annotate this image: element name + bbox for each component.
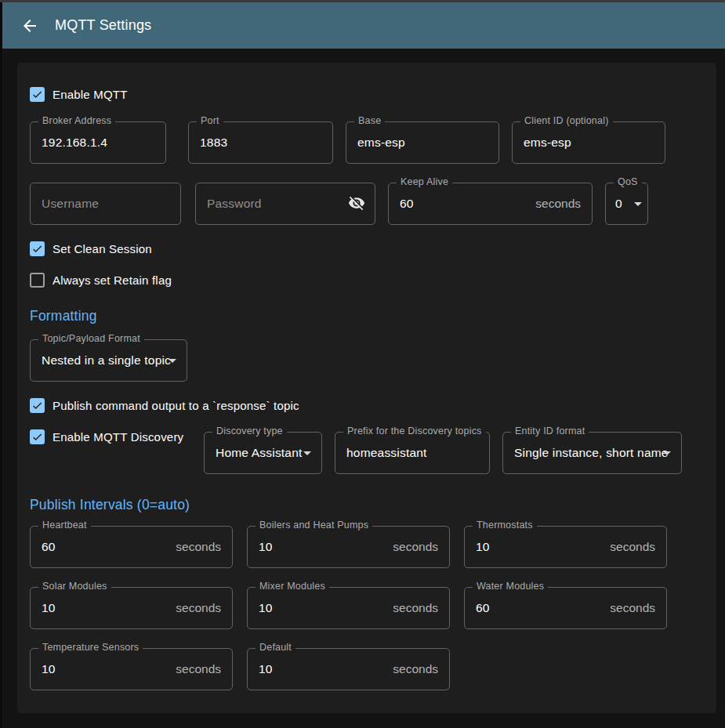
topic-format-value: Nested in a single topic [42, 353, 171, 368]
interval-suffix: seconds [610, 540, 655, 554]
qos-label: QoS [614, 176, 642, 187]
discovery-type-select[interactable]: Discovery type Home Assistant [204, 432, 322, 474]
base-field[interactable]: Base ems-esp [346, 121, 499, 164]
port-value: 1883 [200, 136, 227, 150]
entity-format-value: Single instance, short name [514, 446, 669, 460]
interval-suffix: seconds [393, 601, 438, 615]
interval-suffix: seconds [176, 662, 221, 676]
broker-address-value: 192.168.1.4 [42, 136, 107, 150]
interval-suffix: seconds [393, 540, 438, 554]
checkbox-icon[interactable] [30, 429, 45, 444]
password-placeholder: Password [207, 197, 262, 211]
clean-session-checkbox-row[interactable]: Set Clean Session [30, 239, 704, 258]
enable-discovery-label: Enable MQTT Discovery [53, 430, 183, 444]
interval-value: 60 [42, 540, 56, 554]
water-interval-field[interactable]: Water Modules 60 seconds [464, 587, 667, 629]
keep-alive-value: 60 [400, 197, 414, 211]
port-field[interactable]: Port 1883 [188, 121, 333, 164]
username-field[interactable]: Username [30, 183, 181, 225]
interval-suffix: seconds [176, 540, 221, 554]
interval-value: 60 [476, 601, 490, 615]
app-header: MQTT Settings [0, 2, 725, 49]
interval-label: Temperature Sensors [38, 642, 143, 653]
base-value: ems-esp [357, 136, 405, 150]
boilers-interval-field[interactable]: Boilers and Heat Pumps 10 seconds [247, 526, 450, 568]
discovery-type-value: Home Assistant [216, 446, 302, 460]
formatting-heading: Formatting [30, 308, 704, 324]
publish-intervals-heading: Publish Intervals (0=auto) [30, 497, 704, 513]
dropdown-arrow-icon [658, 444, 676, 462]
broker-address-label: Broker Address [38, 115, 115, 126]
mixer-interval-field[interactable]: Mixer Modules 10 seconds [247, 587, 450, 629]
enable-discovery-checkbox-row[interactable]: Enable MQTT Discovery [30, 427, 204, 446]
broker-address-field[interactable]: Broker Address 192.168.1.4 [30, 121, 166, 164]
enable-mqtt-label: Enable MQTT [53, 88, 128, 101]
solar-interval-field[interactable]: Solar Modules 10 seconds [30, 587, 233, 629]
dropdown-arrow-icon [629, 194, 647, 213]
interval-value: 10 [259, 540, 273, 554]
interval-suffix: seconds [610, 601, 655, 615]
publish-response-label: Publish command output to a `response` t… [53, 399, 299, 412]
interval-label: Boilers and Heat Pumps [256, 520, 372, 531]
discovery-prefix-field[interactable]: Prefix for the Discovery topics homeassi… [335, 432, 490, 474]
discovery-prefix-value: homeassistant [346, 446, 427, 460]
discovery-type-label: Discovery type [212, 426, 287, 436]
retain-flag-checkbox-row[interactable]: Always set Retain flag [30, 270, 704, 289]
checkbox-icon[interactable] [30, 241, 45, 256]
topic-format-label: Topic/Payload Format [38, 333, 144, 344]
toggle-password-visibility-button[interactable] [348, 194, 367, 213]
arrow-back-icon [20, 16, 39, 35]
password-field[interactable]: Password [195, 183, 375, 225]
visibility-off-icon [348, 194, 365, 212]
interval-value: 10 [259, 662, 273, 676]
page-title: MQTT Settings [55, 17, 151, 34]
checkbox-icon[interactable] [30, 398, 45, 413]
qos-value: 0 [615, 197, 622, 211]
publish-response-checkbox-row[interactable]: Publish command output to a `response` t… [30, 396, 704, 415]
username-placeholder: Username [42, 197, 99, 211]
interval-label: Water Modules [473, 581, 548, 592]
interval-suffix: seconds [176, 601, 221, 615]
dropdown-arrow-icon [163, 351, 182, 370]
interval-value: 10 [42, 601, 56, 615]
interval-label: Solar Modules [38, 581, 111, 592]
port-label: Port [197, 115, 223, 126]
interval-label: Thermostats [473, 520, 537, 531]
enable-mqtt-checkbox-row[interactable]: Enable MQTT [30, 85, 704, 103]
qos-select[interactable]: QoS 0 [605, 183, 648, 225]
interval-label: Default [256, 642, 295, 653]
interval-label: Heartbeat [38, 520, 91, 531]
settings-panel: Enable MQTT Broker Address 192.168.1.4 P… [17, 63, 716, 713]
checkbox-icon[interactable] [30, 87, 45, 102]
clean-session-label: Set Clean Session [53, 242, 152, 255]
entity-format-select[interactable]: Entity ID format Single instance, short … [502, 432, 682, 474]
entity-format-label: Entity ID format [511, 426, 589, 436]
topic-format-select[interactable]: Topic/Payload Format Nested in a single … [30, 339, 187, 382]
keep-alive-field[interactable]: Keep Alive 60 seconds [388, 183, 593, 225]
keep-alive-suffix: seconds [535, 197, 581, 211]
client-id-label: Client ID (optional) [520, 115, 613, 126]
interval-value: 10 [476, 540, 490, 554]
dropdown-arrow-icon [298, 444, 317, 462]
interval-label: Mixer Modules [256, 581, 329, 592]
window-left-strip [0, 2, 2, 728]
interval-value: 10 [259, 601, 273, 615]
temperature-interval-field[interactable]: Temperature Sensors 10 seconds [30, 648, 233, 690]
heartbeat-interval-field[interactable]: Heartbeat 60 seconds [30, 526, 233, 568]
interval-suffix: seconds [393, 662, 438, 676]
thermostats-interval-field[interactable]: Thermostats 10 seconds [464, 526, 667, 568]
back-button[interactable] [20, 16, 39, 35]
retain-flag-label: Always set Retain flag [53, 273, 172, 287]
default-interval-field[interactable]: Default 10 seconds [247, 648, 450, 690]
discovery-prefix-label: Prefix for the Discovery topics [343, 426, 486, 436]
interval-value: 10 [42, 662, 56, 676]
client-id-value: ems-esp [524, 136, 571, 150]
base-label: Base [354, 115, 385, 126]
publish-intervals-grid: Heartbeat 60 seconds Boilers and Heat Pu… [30, 526, 704, 690]
checkbox-icon[interactable] [30, 273, 45, 288]
client-id-field[interactable]: Client ID (optional) ems-esp [512, 121, 665, 164]
keep-alive-label: Keep Alive [397, 176, 452, 187]
